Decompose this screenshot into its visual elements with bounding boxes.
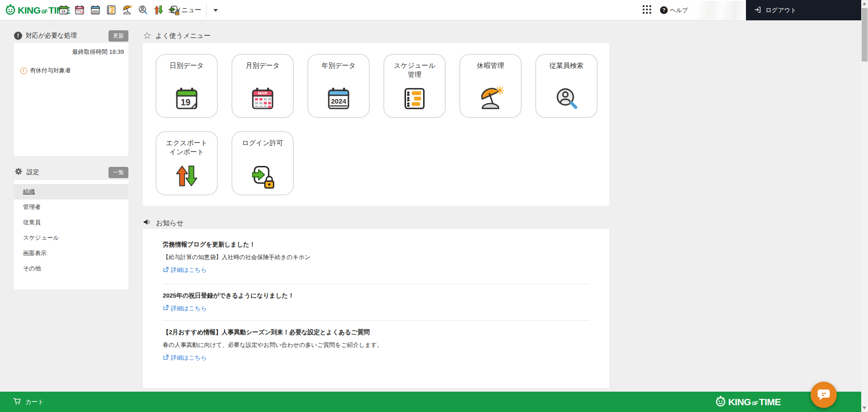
gear-icon [14, 167, 23, 178]
top-navigation-bar: KING ŏF TIME 19MAR2024 全メニュー ヘルプ ログアウト [0, 0, 868, 20]
svg-text:2024: 2024 [92, 9, 99, 13]
quick-menu-card-login-permit[interactable]: ログイン許可 [231, 131, 294, 195]
account-name-redacted [692, 1, 745, 19]
toolbar-calendar-year-icon[interactable]: 2024 [89, 4, 102, 16]
logout-icon [754, 6, 762, 15]
star-icon: ☆ [143, 31, 151, 40]
stopwatch-mascot-icon [715, 395, 726, 409]
quick-menu-header: ☆ よく使うメニュー [143, 30, 211, 42]
app-root: KING ŏF TIME 19MAR2024 全メニュー ヘルプ ログアウト [0, 0, 868, 412]
quick-menu-card-calendar-day[interactable]: 日別データ19 [156, 54, 218, 118]
svg-text:MAR: MAR [78, 7, 82, 9]
quick-menu-card-vacation[interactable]: 休暇管理 [459, 54, 522, 118]
news-detail-link[interactable]: 詳細はこちら [163, 266, 207, 274]
svg-text:19: 19 [61, 9, 66, 14]
settings-item-1[interactable]: 管理者 [14, 199, 128, 215]
last-fetched-time: 最終取得時間 18:39 [14, 43, 128, 56]
svg-text:MAR: MAR [258, 91, 268, 95]
topbar-right-cluster: ヘルプ ログアウト [642, 0, 861, 20]
quick-menu-card-import-export[interactable]: エクスポート インポート [156, 131, 218, 195]
external-link-icon [163, 266, 169, 274]
stopwatch-mascot-icon [5, 4, 16, 17]
news-item: 2025年の祝日登録ができるようになりました！詳細はこちら [163, 284, 590, 321]
settings-list-button[interactable]: 一覧 [108, 167, 128, 178]
svg-text:19: 19 [181, 98, 191, 107]
vertical-scrollbar [861, 0, 868, 412]
apps-grid-button[interactable] [642, 5, 652, 16]
news-header: お知らせ [143, 217, 184, 229]
news-item: 【2月おすすめ情報】人事異動シーズン到来！必要な設定とよくあるご質問春の人事異動… [163, 321, 590, 370]
calendar-year-icon: 2024 [326, 85, 352, 112]
settings-item-3[interactable]: スケジュール [14, 230, 128, 246]
alert-icon [14, 32, 22, 40]
toolbar-icon-row: 19MAR2024 [57, 4, 181, 16]
news-detail-link[interactable]: 詳細はこちら [163, 304, 207, 313]
cart-button[interactable]: カート [13, 392, 44, 412]
toolbar-divider [53, 3, 54, 18]
news-body: 春の人事異動に向けて、必要な設定やお問い合わせの多いご質問をご紹介します。 [163, 341, 590, 349]
news-detail-link[interactable]: 詳細はこちら [163, 354, 207, 362]
employee-search-icon [553, 85, 580, 112]
all-menu-dropdown[interactable]: 全メニュー [168, 0, 218, 20]
footer-bar: カート KING ŏF TIME [0, 392, 861, 412]
toolbar-vacation-icon[interactable] [121, 4, 133, 16]
toolbar-calendar-month-icon[interactable]: MAR [73, 4, 86, 16]
news-panel: 労務情報ブログを更新しました！【給与計算の知恵袋】入社時の社会保険手続きのキホン… [143, 229, 609, 388]
chevron-down-icon [213, 9, 218, 12]
quick-menu-card-calendar-year[interactable]: 年別データ2024 [307, 54, 370, 118]
grid-icon [642, 9, 652, 16]
scrollbar-thumb[interactable] [862, 8, 868, 62]
toolbar-employee-search-icon[interactable] [137, 4, 149, 16]
cart-icon [13, 397, 22, 407]
chat-support-button[interactable] [811, 382, 837, 408]
quick-menu-card-calendar-month[interactable]: 月別データMAR [231, 54, 294, 118]
toolbar-import-export-icon[interactable] [152, 4, 165, 16]
help-button[interactable]: ヘルプ [660, 6, 688, 14]
speech-bubble-icon [815, 386, 832, 403]
info-icon [20, 67, 27, 74]
footer-king-of-time-logo: KING ŏF TIME [715, 395, 781, 409]
logout-button[interactable]: ログアウト [746, 0, 861, 20]
import-export-icon [174, 163, 200, 189]
settings-item-2[interactable]: 従業員 [14, 215, 128, 230]
pending-tasks-panel: 最終取得時間 18:39 有休付与対象者 [14, 43, 128, 156]
toolbar-divider [206, 3, 207, 18]
calendar-day-icon: 19 [174, 85, 200, 112]
settings-item-0[interactable]: 組織 [14, 184, 128, 199]
news-title: 【2月おすすめ情報】人事異動シーズン到来！必要な設定とよくあるご質問 [163, 328, 590, 336]
external-link-icon [163, 354, 169, 362]
vacation-icon [477, 85, 504, 112]
news-item: 労務情報ブログを更新しました！【給与計算の知恵袋】入社時の社会保険手続きのキホン… [163, 229, 590, 284]
megaphone-icon [143, 218, 152, 228]
login-permit-icon [250, 163, 276, 189]
settings-menu: 組織管理者従業員スケジュール画面表示その他 [14, 180, 128, 289]
scroll-down-arrow-icon[interactable] [863, 407, 866, 409]
refresh-button[interactable]: 更新 [108, 30, 128, 42]
svg-text:2024: 2024 [331, 97, 346, 105]
pending-item[interactable]: 有休付与対象者 [14, 66, 128, 75]
toolbar-schedule-icon[interactable] [105, 4, 118, 16]
external-link-icon [163, 304, 169, 312]
settings-header: 設定 一覧 [14, 166, 128, 178]
settings-item-5[interactable]: その他 [14, 261, 128, 276]
settings-item-4[interactable]: 画面表示 [14, 246, 128, 261]
quick-menu-card-schedule[interactable]: スケジュール 管理 [383, 54, 446, 118]
quick-menu-card-employee-search[interactable]: 従業員検索 [535, 54, 598, 118]
footer-brand-wordmark: KING ŏF TIME [728, 397, 781, 407]
schedule-icon [401, 85, 428, 112]
pending-tasks-header: 対応が必要な処理 更新 [14, 30, 128, 42]
toolbar-calendar-day-icon[interactable]: 19 [57, 4, 70, 16]
news-title: 労務情報ブログを更新しました！ [163, 241, 590, 249]
pending-items-list: 有休付与対象者 [14, 66, 128, 75]
quick-menu-cards: 日別データ19月別データMAR年別データ2024スケジュール 管理休暇管理従業員… [156, 54, 603, 195]
quick-menu-panel: 日別データ19月別データMAR年別データ2024スケジュール 管理休暇管理従業員… [143, 43, 609, 206]
news-body: 【給与計算の知恵袋】入社時の社会保険手続きのキホン [163, 253, 590, 261]
calendar-month-icon: MAR [250, 85, 276, 112]
question-icon [660, 6, 668, 14]
news-title: 2025年の祝日登録ができるようになりました！ [163, 292, 590, 300]
scroll-up-arrow-icon[interactable] [863, 2, 866, 5]
